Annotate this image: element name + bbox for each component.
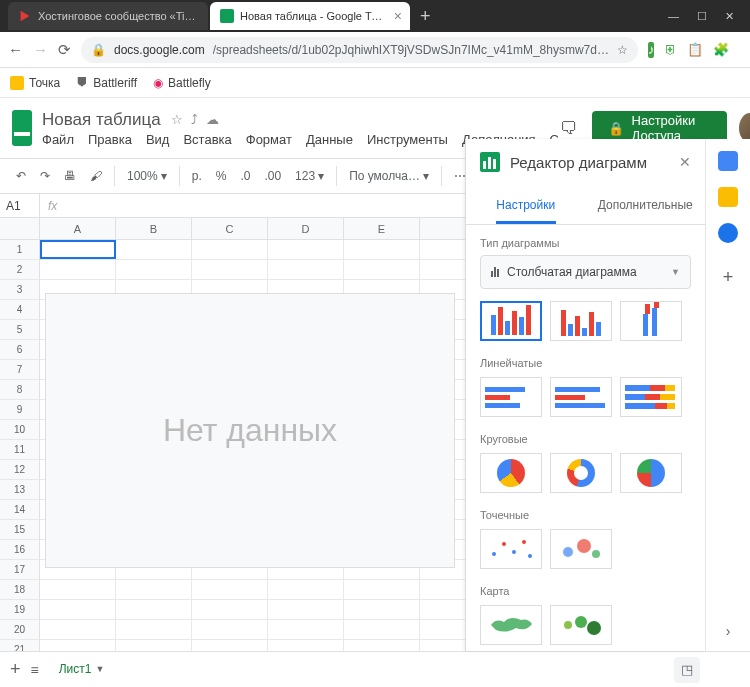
- cell[interactable]: [116, 640, 192, 651]
- cell[interactable]: [344, 620, 420, 639]
- redo-button[interactable]: ↷: [34, 165, 56, 187]
- chart-thumb-map-2[interactable]: [550, 605, 612, 645]
- cell[interactable]: [116, 620, 192, 639]
- cell[interactable]: [268, 620, 344, 639]
- col-header[interactable]: D: [268, 218, 344, 239]
- decrease-decimal-button[interactable]: .0: [234, 165, 256, 187]
- chart-thumb-bar-3[interactable]: [620, 377, 682, 417]
- row-header[interactable]: 4: [0, 300, 40, 319]
- move-doc-icon[interactable]: ⤴: [191, 112, 198, 127]
- row-header[interactable]: 2: [0, 260, 40, 279]
- menu-format[interactable]: Формат: [246, 132, 292, 147]
- chart-thumb-pie-1[interactable]: [480, 453, 542, 493]
- chart-thumb-bar-2[interactable]: [550, 377, 612, 417]
- row-header[interactable]: 20: [0, 620, 40, 639]
- print-button[interactable]: 🖶: [58, 165, 82, 187]
- cell[interactable]: [192, 260, 268, 279]
- ext-icon-3[interactable]: 📋: [687, 42, 703, 58]
- row-header[interactable]: 17: [0, 560, 40, 579]
- tasks-icon[interactable]: [718, 223, 738, 243]
- cell[interactable]: [40, 640, 116, 651]
- row-header[interactable]: 19: [0, 600, 40, 619]
- chart-thumb-bar-1[interactable]: [480, 377, 542, 417]
- calendar-icon[interactable]: [718, 151, 738, 171]
- keep-icon[interactable]: [718, 187, 738, 207]
- row-header[interactable]: 8: [0, 380, 40, 399]
- cell[interactable]: [40, 580, 116, 599]
- ext-icon-2[interactable]: ⛨: [664, 42, 677, 58]
- row-header[interactable]: 3: [0, 280, 40, 299]
- cell[interactable]: [344, 580, 420, 599]
- star-icon[interactable]: ☆: [617, 43, 628, 57]
- doc-title[interactable]: Новая таблица: [42, 110, 161, 130]
- menu-insert[interactable]: Вставка: [183, 132, 231, 147]
- row-header[interactable]: 16: [0, 540, 40, 559]
- bookmark-item[interactable]: ⛊Battleriff: [76, 76, 137, 90]
- browser-tab-active[interactable]: Новая таблица - Google Табли… ×: [210, 2, 410, 30]
- row-header[interactable]: 1: [0, 240, 40, 259]
- chart-thumb-scatter-2[interactable]: [550, 529, 612, 569]
- row-header[interactable]: 21: [0, 640, 40, 651]
- paint-format-button[interactable]: 🖌: [84, 165, 108, 187]
- cell[interactable]: [268, 600, 344, 619]
- menu-tools[interactable]: Инструменты: [367, 132, 448, 147]
- chart-type-select[interactable]: Столбчатая диаграмма ▼: [480, 255, 691, 289]
- row-header[interactable]: 5: [0, 320, 40, 339]
- row-header[interactable]: 15: [0, 520, 40, 539]
- chevron-down-icon[interactable]: ▼: [95, 664, 104, 674]
- forward-icon[interactable]: →: [33, 41, 48, 58]
- row-header[interactable]: 11: [0, 440, 40, 459]
- spreadsheet-grid[interactable]: A B C D E 123456789101112131415161718192…: [0, 218, 465, 651]
- col-header[interactable]: E: [344, 218, 420, 239]
- cell[interactable]: [192, 600, 268, 619]
- zoom-select[interactable]: 100% ▾: [121, 165, 173, 187]
- close-window-icon[interactable]: ✕: [725, 10, 734, 23]
- reload-icon[interactable]: ⟳: [58, 41, 71, 59]
- sheet-tab[interactable]: Лист1 ▼: [49, 658, 115, 682]
- row-header[interactable]: 7: [0, 360, 40, 379]
- cell[interactable]: [268, 640, 344, 651]
- menu-edit[interactable]: Правка: [88, 132, 132, 147]
- row-header[interactable]: 14: [0, 500, 40, 519]
- cell[interactable]: [40, 240, 116, 259]
- chart-thumb-column-3[interactable]: [620, 301, 682, 341]
- chart-thumb-pie-2[interactable]: [550, 453, 612, 493]
- cell[interactable]: [344, 600, 420, 619]
- star-doc-icon[interactable]: ☆: [171, 112, 183, 127]
- cell[interactable]: [192, 620, 268, 639]
- row-header[interactable]: 6: [0, 340, 40, 359]
- cell[interactable]: [116, 260, 192, 279]
- row-header[interactable]: 12: [0, 460, 40, 479]
- menu-view[interactable]: Вид: [146, 132, 170, 147]
- sheets-logo-icon[interactable]: [12, 110, 32, 146]
- undo-button[interactable]: ↶: [10, 165, 32, 187]
- percent-button[interactable]: %: [210, 165, 233, 187]
- cell[interactable]: [116, 240, 192, 259]
- chart-thumb-scatter-1[interactable]: [480, 529, 542, 569]
- bookmark-item[interactable]: ◉Battlefly: [153, 76, 211, 90]
- chart-thumb-column-1[interactable]: [480, 301, 542, 341]
- cell[interactable]: [192, 240, 268, 259]
- collapse-rail-icon[interactable]: ›: [726, 623, 731, 639]
- chart-placeholder[interactable]: Нет данных: [45, 293, 455, 568]
- select-all-corner[interactable]: [0, 218, 40, 239]
- col-header[interactable]: C: [192, 218, 268, 239]
- cell[interactable]: [116, 580, 192, 599]
- comments-icon[interactable]: 🗨: [559, 114, 580, 142]
- tab-customize[interactable]: Дополнительные: [586, 185, 706, 224]
- cell[interactable]: [40, 620, 116, 639]
- all-sheets-button[interactable]: ≡: [31, 662, 39, 678]
- maximize-icon[interactable]: ☐: [697, 10, 707, 23]
- col-header[interactable]: B: [116, 218, 192, 239]
- url-input[interactable]: 🔒 docs.google.com/spreadsheets/d/1ub02pJ…: [81, 37, 638, 63]
- cell[interactable]: [268, 260, 344, 279]
- cell[interactable]: [192, 580, 268, 599]
- col-header[interactable]: A: [40, 218, 116, 239]
- cell[interactable]: [192, 640, 268, 651]
- row-header[interactable]: 9: [0, 400, 40, 419]
- row-header[interactable]: 18: [0, 580, 40, 599]
- chart-thumb-column-2[interactable]: [550, 301, 612, 341]
- cell[interactable]: [268, 240, 344, 259]
- cell[interactable]: [344, 640, 420, 651]
- bookmark-item[interactable]: Точка: [10, 76, 60, 90]
